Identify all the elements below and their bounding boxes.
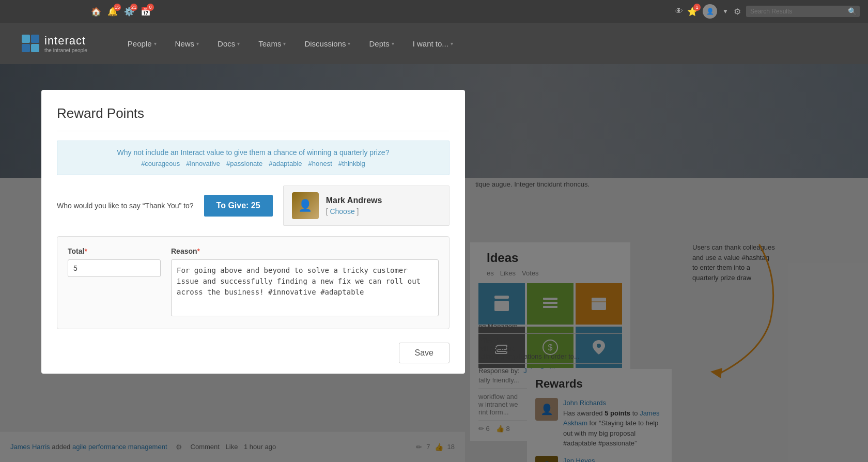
svg-rect-0 — [22, 35, 30, 43]
nav-news-label: News — [175, 39, 195, 48]
nav-teams-arrow: ▾ — [283, 41, 286, 47]
logo-icon — [21, 34, 40, 53]
nav-news-arrow: ▾ — [196, 41, 199, 47]
recipient-choose: [ Choose ] — [326, 207, 382, 215]
total-required: * — [84, 247, 87, 255]
nav-depts-label: Depts — [369, 39, 389, 48]
form-col-right: Reason* For going above and beyond to so… — [171, 247, 439, 318]
search-icon[interactable]: 🔍 — [848, 7, 857, 16]
logo-name: interact — [44, 34, 87, 48]
recipient-info: Mark Andrews [ Choose ] — [326, 196, 382, 215]
reason-required: * — [197, 247, 200, 255]
logo-text: interact the intranet people — [44, 34, 87, 53]
give-button[interactable]: To Give: 25 — [204, 195, 273, 217]
calendar-icon[interactable]: 📅 0 — [141, 7, 151, 17]
reason-label: Reason* — [171, 247, 439, 255]
tag-thinkbig[interactable]: #thinkbig — [338, 160, 365, 167]
nav-teams-label: Teams — [258, 39, 281, 48]
nav-docs-arrow: ▾ — [237, 41, 240, 47]
nav-discussions-arrow: ▾ — [348, 41, 350, 47]
settings-icon[interactable]: ⚙️ 21 — [124, 7, 134, 17]
reason-textarea[interactable]: For going above and beyond to solve a tr… — [171, 259, 439, 316]
eye-icon[interactable]: 👁 — [675, 7, 683, 16]
nav-docs-label: Docs — [218, 39, 235, 48]
nav-iwantto-arrow: ▾ — [451, 41, 453, 47]
form-col-left: Total* — [68, 247, 161, 277]
nav-items: People ▾ News ▾ Docs ▾ Teams ▾ Discussio… — [118, 23, 462, 64]
save-button[interactable]: Save — [399, 343, 450, 363]
notifications-badge: 15 — [114, 4, 121, 11]
nav-people[interactable]: People ▾ — [118, 23, 166, 64]
logo-sub: the intranet people — [44, 48, 87, 53]
top-bar-right: 👁 ⭐ 1 👤 ▼ ⚙ 🔍 — [675, 4, 860, 19]
recipient-box: 👤 Mark Andrews [ Choose ] — [283, 186, 450, 226]
nav-discussions[interactable]: Discussions ▾ — [295, 23, 360, 64]
nav-discussions-label: Discussions — [304, 39, 346, 48]
main-nav: interact the intranet people People ▾ Ne… — [0, 23, 868, 64]
modal-divider — [57, 131, 450, 131]
info-box-tags: #courageous #innovative #passionate #ada… — [65, 160, 442, 167]
nav-iwantto[interactable]: I want to... ▾ — [404, 23, 462, 64]
tag-passionate[interactable]: #passionate — [226, 160, 262, 167]
form-section: Total* Reason* For going above and beyon… — [57, 236, 450, 329]
tag-courageous[interactable]: #courageous — [141, 160, 180, 167]
user-avatar[interactable]: 👤 — [703, 4, 717, 19]
notifications-icon[interactable]: 🔔 15 — [107, 7, 118, 17]
nav-depts-arrow: ▾ — [392, 41, 394, 47]
tag-honest[interactable]: #honest — [308, 160, 332, 167]
nav-teams[interactable]: Teams ▾ — [249, 23, 295, 64]
total-label-text: Total — [68, 247, 84, 255]
logo: interact the intranet people — [21, 34, 87, 53]
recipient-avatar: 👤 — [292, 192, 319, 219]
user-dropdown-arrow[interactable]: ▼ — [722, 8, 729, 15]
home-icon[interactable]: 🏠 — [91, 7, 101, 17]
svg-rect-2 — [22, 44, 30, 52]
search-input[interactable] — [746, 6, 860, 17]
reason-label-text: Reason — [171, 247, 197, 255]
nav-news[interactable]: News ▾ — [166, 23, 209, 64]
svg-rect-1 — [31, 35, 39, 43]
reward-points-modal: Reward Points Why not include an Interac… — [41, 90, 465, 374]
recipient-name: Mark Andrews — [326, 196, 382, 205]
right-icons: 👁 ⭐ 1 — [675, 7, 698, 17]
svg-rect-3 — [31, 44, 39, 52]
tag-innovative[interactable]: #innovative — [186, 160, 220, 167]
search-wrapper: 🔍 — [746, 6, 860, 17]
total-label: Total* — [68, 247, 161, 255]
settings-badge: 21 — [130, 4, 137, 11]
thank-you-label: Who would you like to say “Thank You” to… — [57, 202, 194, 210]
calendar-badge: 0 — [147, 4, 154, 11]
info-box: Why not include an Interact value to giv… — [57, 141, 450, 175]
nav-iwantto-label: I want to... — [413, 39, 448, 48]
top-bar: 🏠 🔔 15 ⚙️ 21 📅 0 👁 ⭐ 1 👤 ▼ ⚙ 🔍 — [0, 0, 868, 23]
form-row: Total* Reason* For going above and beyon… — [68, 247, 439, 318]
modal-title: Reward Points — [57, 105, 450, 121]
modal-footer: Save — [57, 337, 450, 363]
nav-people-label: People — [128, 39, 152, 48]
top-gear-icon[interactable]: ⚙ — [734, 7, 741, 17]
choose-link[interactable]: Choose — [330, 207, 354, 215]
content-area: Reward Points Why not include an Interac… — [0, 64, 868, 462]
total-input[interactable] — [68, 259, 161, 277]
top-bar-icons: 🏠 🔔 15 ⚙️ 21 📅 0 — [91, 7, 151, 17]
star-icon[interactable]: ⭐ 1 — [687, 7, 698, 17]
nav-depts[interactable]: Depts ▾ — [360, 23, 403, 64]
tag-adaptable[interactable]: #adaptable — [269, 160, 302, 167]
nav-docs[interactable]: Docs ▾ — [208, 23, 249, 64]
thank-you-row: Who would you like to say “Thank You” to… — [57, 186, 450, 226]
recipient-avatar-inner: 👤 — [292, 192, 319, 219]
nav-people-arrow: ▾ — [154, 41, 157, 47]
star-badge: 1 — [693, 4, 701, 11]
info-box-main: Why not include an Interact value to giv… — [65, 148, 442, 157]
